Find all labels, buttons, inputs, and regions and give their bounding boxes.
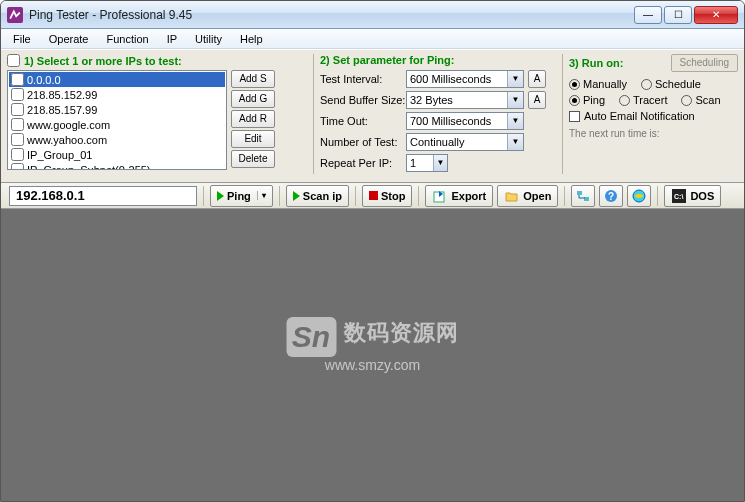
separator (657, 186, 658, 206)
separator (564, 186, 565, 206)
buffer-label: Send Buffer Size: (320, 94, 406, 106)
ip-checkbox[interactable] (11, 118, 24, 131)
list-item[interactable]: 218.85.157.99 (9, 102, 225, 117)
ip-label: 218.85.152.99 (27, 89, 97, 101)
export-button[interactable]: Export (425, 185, 493, 207)
folder-open-icon (504, 188, 520, 204)
maximize-button[interactable]: ☐ (664, 6, 692, 24)
help-icon-button[interactable]: ? (599, 185, 623, 207)
ip-checkbox[interactable] (11, 163, 24, 170)
repeat-label: Repeat Per IP: (320, 157, 406, 169)
list-item[interactable]: IP_Group_01 (9, 147, 225, 162)
radio-ping[interactable]: Ping (569, 94, 605, 106)
stop-button[interactable]: Stop (362, 185, 412, 207)
list-item[interactable]: IP_Group_Subnet(0-255) (9, 162, 225, 170)
divider (562, 54, 563, 174)
panel-run-on: 3) Run on:Scheduling Manually Schedule P… (569, 54, 738, 174)
interval-select[interactable]: 600 Milliseconds▼ (406, 70, 524, 88)
panel-ping-params: 2) Set parameter for Ping: Test Interval… (320, 54, 556, 174)
ip-checkbox[interactable] (11, 133, 24, 146)
ip-listbox[interactable]: 0.0.0.0 218.85.152.99 218.85.157.99 www.… (7, 70, 227, 170)
interval-a-button[interactable]: A (528, 70, 546, 88)
ip-label: 0.0.0.0 (27, 74, 61, 86)
panel3-heading: 3) Run on: (569, 57, 623, 69)
ie-icon-button[interactable] (627, 185, 651, 207)
terminal-icon: C:\ (671, 188, 687, 204)
list-item[interactable]: www.yahoo.com (9, 132, 225, 147)
add-g-button[interactable]: Add G (231, 90, 275, 108)
menu-function[interactable]: Function (98, 31, 156, 47)
scan-ip-button[interactable]: Scan ip (286, 185, 349, 207)
chevron-down-icon: ▼ (433, 155, 447, 171)
output-area: Sn数码资源网 www.smzy.com (1, 209, 744, 502)
chevron-down-icon: ▼ (507, 71, 523, 87)
delete-button[interactable]: Delete (231, 150, 275, 168)
dos-button[interactable]: C:\DOS (664, 185, 721, 207)
chevron-down-icon: ▼ (507, 92, 523, 108)
ip-label: www.google.com (27, 119, 110, 131)
stop-icon (369, 191, 378, 200)
menu-help[interactable]: Help (232, 31, 271, 47)
window-title: Ping Tester - Professional 9.45 (29, 8, 634, 22)
ip-input[interactable]: 192.168.0.1 (9, 186, 197, 206)
list-item[interactable]: 0.0.0.0 (9, 72, 225, 87)
radio-scan[interactable]: Scan (681, 94, 720, 106)
close-button[interactable]: ✕ (694, 6, 738, 24)
separator (355, 186, 356, 206)
menu-ip[interactable]: IP (159, 31, 185, 47)
open-button[interactable]: Open (497, 185, 558, 207)
minimize-button[interactable]: — (634, 6, 662, 24)
edit-button[interactable]: Edit (231, 130, 275, 148)
app-icon (7, 7, 23, 23)
panel1-heading: 1) Select 1 or more IPs to test: (24, 55, 182, 67)
radio-tracert[interactable]: Tracert (619, 94, 667, 106)
radio-schedule[interactable]: Schedule (641, 78, 701, 90)
ip-label: IP_Group_Subnet(0-255) (27, 164, 151, 171)
separator (418, 186, 419, 206)
menu-file[interactable]: File (5, 31, 39, 47)
svg-text:C:\: C:\ (674, 193, 683, 200)
play-icon (217, 191, 224, 201)
timeout-label: Time Out: (320, 115, 406, 127)
menu-utility[interactable]: Utility (187, 31, 230, 47)
add-r-button[interactable]: Add R (231, 110, 275, 128)
network-icon-button[interactable] (571, 185, 595, 207)
panel2-heading: 2) Set parameter for Ping: (320, 54, 556, 66)
export-icon (432, 188, 448, 204)
titlebar: Ping Tester - Professional 9.45 — ☐ ✕ (1, 1, 744, 29)
ip-label: IP_Group_01 (27, 149, 92, 161)
separator (279, 186, 280, 206)
panel-select-ips: 1) Select 1 or more IPs to test: 0.0.0.0… (7, 54, 307, 174)
menu-operate[interactable]: Operate (41, 31, 97, 47)
next-run-label: The next run time is: (569, 128, 738, 139)
play-icon (293, 191, 300, 201)
radio-manually[interactable]: Manually (569, 78, 627, 90)
numtest-select[interactable]: Continually▼ (406, 133, 524, 151)
list-item[interactable]: www.google.com (9, 117, 225, 132)
buffer-a-button[interactable]: A (528, 91, 546, 109)
add-s-button[interactable]: Add S (231, 70, 275, 88)
svg-rect-1 (577, 191, 582, 195)
list-item[interactable]: 218.85.152.99 (9, 87, 225, 102)
timeout-select[interactable]: 700 Milliseconds▼ (406, 112, 524, 130)
buffer-select[interactable]: 32 Bytes▼ (406, 91, 524, 109)
chevron-down-icon: ▼ (507, 113, 523, 129)
chevron-down-icon: ▼ (507, 134, 523, 150)
interval-label: Test Interval: (320, 73, 406, 85)
ip-checkbox[interactable] (11, 73, 24, 86)
ip-checkbox[interactable] (11, 88, 24, 101)
separator (203, 186, 204, 206)
numtest-label: Number of Test: (320, 136, 406, 148)
auto-email-checkbox[interactable]: Auto Email Notification (569, 110, 695, 122)
repeat-select[interactable]: 1▼ (406, 154, 448, 172)
ip-label: 218.85.157.99 (27, 104, 97, 116)
svg-text:?: ? (608, 191, 614, 202)
help-icon: ? (603, 188, 619, 204)
ip-checkbox[interactable] (11, 148, 24, 161)
ip-checkbox[interactable] (11, 103, 24, 116)
network-icon (575, 188, 591, 204)
select-all-checkbox[interactable] (7, 54, 20, 67)
scheduling-button[interactable]: Scheduling (671, 54, 738, 72)
ping-button[interactable]: Ping (210, 185, 273, 207)
globe-icon (631, 188, 647, 204)
